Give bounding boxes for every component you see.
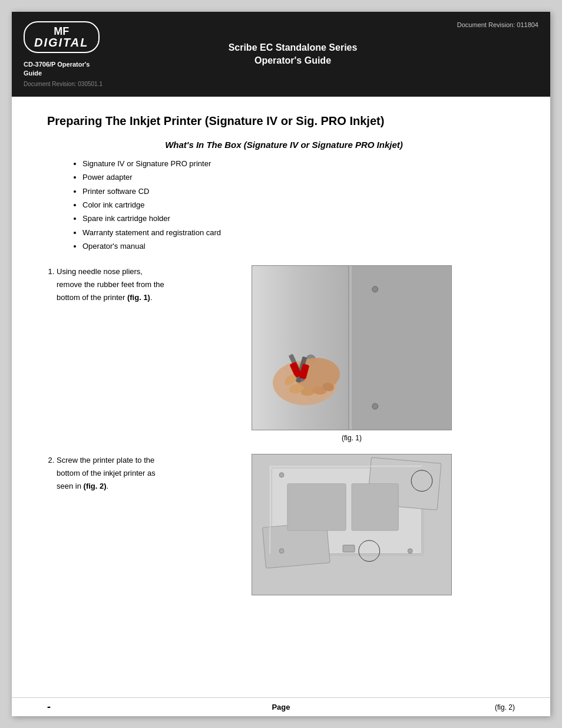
- fig1-svg: [252, 266, 451, 430]
- page-header: MF DIGITAL CD-3706/P Operator's Guide Do…: [12, 12, 550, 97]
- list-item: Spare ink cartridge holder: [82, 212, 521, 225]
- step2-fig-ref: (fig. 2): [84, 482, 107, 490]
- header-logo-section: MF DIGITAL CD-3706/P Operator's Guide Do…: [12, 12, 141, 97]
- list-item: Signature IV or Signature PRO printer: [82, 157, 521, 170]
- svg-rect-3: [352, 266, 451, 430]
- step1-list-item: Using needle nose pliers, remove the rub…: [57, 265, 165, 304]
- step1-text: Using needle nose pliers, remove the rub…: [47, 265, 165, 304]
- header-center: Scribe EC Standalone Series Operator's G…: [141, 12, 444, 97]
- footer-fig2-label: (fig. 2): [495, 703, 515, 711]
- footer-page-label: Page: [272, 703, 290, 711]
- list-item: Power adapter: [82, 170, 521, 184]
- step2-row: Screw the printer plate to the bottom of…: [47, 454, 521, 595]
- center-title-line2: Operator's Guide: [254, 55, 331, 65]
- subtitle-line1: CD-3706/P Operator's: [24, 60, 90, 69]
- svg-rect-24: [287, 483, 346, 530]
- fig1-caption: (fig. 1): [342, 434, 362, 442]
- header-subtitle: CD-3706/P Operator's Guide: [24, 60, 90, 78]
- page-footer: - Page (fig. 2): [12, 697, 550, 716]
- page-text: Page: [272, 703, 290, 711]
- fig1-image: [252, 265, 452, 430]
- main-content: Preparing The Inkjet Printer (Signature …: [12, 97, 550, 697]
- svg-point-28: [279, 472, 284, 477]
- list-item: Color ink cartridge: [82, 198, 521, 212]
- step1-row: Using needle nose pliers, remove the rub…: [47, 265, 521, 442]
- svg-point-30: [279, 548, 284, 553]
- step2-image-container: [183, 454, 521, 595]
- header-doc-rev-right: Document Revision: 011804: [457, 21, 538, 28]
- step1-image-container: (fig. 1): [183, 265, 521, 442]
- document-page: MF DIGITAL CD-3706/P Operator's Guide Do…: [12, 12, 550, 716]
- subtitle-line2: Guide: [24, 69, 90, 78]
- header-title: Scribe EC Standalone Series Operator's G…: [229, 41, 358, 68]
- logo-mf: MF: [54, 26, 69, 37]
- footer-dash: -: [47, 701, 51, 713]
- header-right: Document Revision: 011804: [444, 12, 550, 97]
- list-item: Operator's manual: [82, 239, 521, 253]
- section-title: Preparing The Inkjet Printer (Signature …: [47, 114, 521, 128]
- step1-fig-ref: (fig. 1): [127, 293, 150, 302]
- logo-box: MF DIGITAL: [24, 21, 100, 53]
- svg-point-6: [372, 403, 378, 409]
- logo-digital: DIGITAL: [34, 37, 89, 48]
- center-title-line1: Scribe EC Standalone Series: [229, 42, 358, 52]
- fig2-image: [252, 454, 452, 595]
- svg-point-5: [372, 286, 378, 292]
- subsection-title: What's In The Box (Signature IV or Signa…: [47, 140, 521, 150]
- list-item: Printer software CD: [82, 185, 521, 198]
- step2-list-item: Screw the printer plate to the bottom of…: [57, 454, 165, 493]
- list-item: Warranty statement and registration card: [82, 226, 521, 239]
- svg-point-29: [408, 548, 412, 553]
- svg-rect-25: [352, 483, 398, 530]
- fig2-svg: [252, 454, 451, 595]
- svg-rect-31: [343, 545, 355, 552]
- svg-rect-2: [252, 266, 349, 430]
- step2-text: Screw the printer plate to the bottom of…: [47, 454, 165, 493]
- whats-in-box-list: Signature IV or Signature PRO printer Po…: [82, 157, 521, 253]
- header-doc-rev-left: Document Revision: 030501.1: [24, 81, 103, 87]
